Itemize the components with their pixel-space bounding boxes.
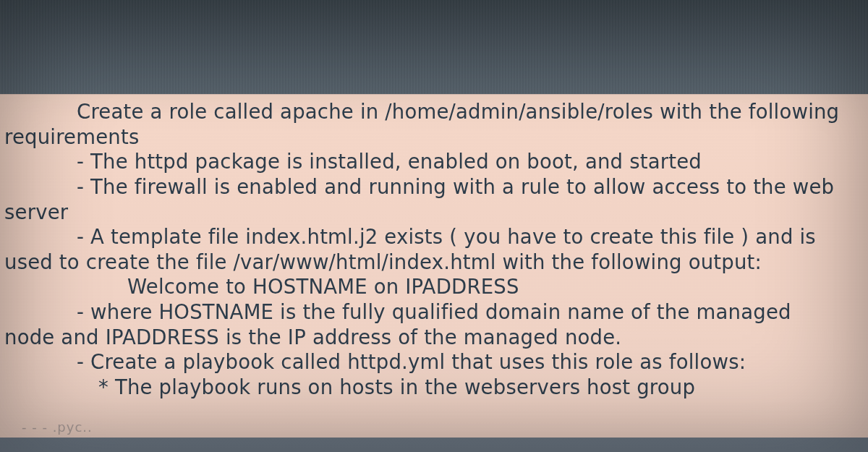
text-span: - Create a playbook called httpd.yml tha… [77, 350, 746, 373]
text-line: requirements [4, 124, 864, 150]
text-line: - Create a playbook called httpd.yml tha… [4, 349, 864, 375]
document-body: Create a role called apache in /home/adm… [0, 94, 868, 438]
text-line: * The playbook runs on hosts in the webs… [4, 375, 864, 400]
text-line: - A template file index.html.j2 exists (… [4, 224, 864, 250]
text-line: - where HOSTNAME is the fully qualified … [4, 299, 864, 325]
text-line: node and IPADDRESS is the IP address of … [4, 325, 864, 350]
text-line: Welcome to HOSTNAME on IPADDRESS [4, 274, 864, 299]
text-line: server [4, 200, 864, 225]
text-line: - The httpd package is installed, enable… [4, 149, 864, 174]
text-line: used to create the file /var/www/html/in… [4, 250, 864, 275]
text-line: - The firewall is enabled and running wi… [4, 174, 864, 200]
background-top [0, 0, 868, 94]
footer-noise: - - - .pyc.. [22, 419, 93, 436]
text-line: Create a role called apache in /home/adm… [4, 99, 864, 124]
